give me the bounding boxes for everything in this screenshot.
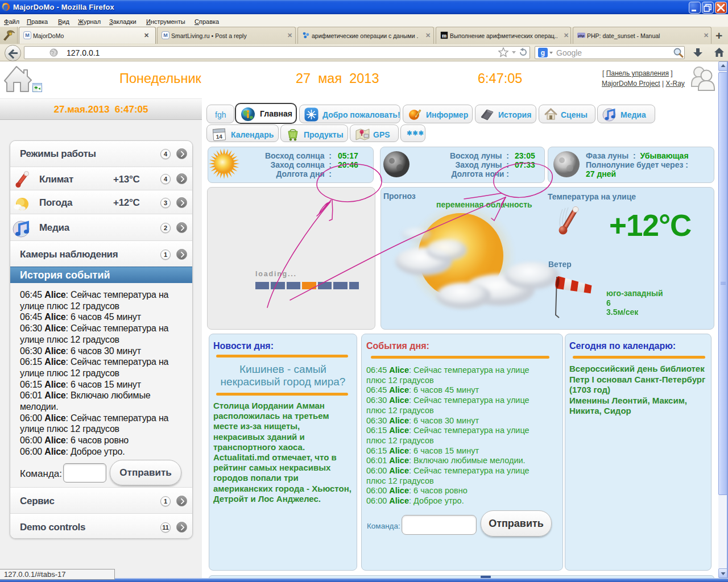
svg-text:g: g: [541, 49, 545, 57]
svg-text:M: M: [25, 32, 30, 38]
svg-text:php: php: [578, 34, 585, 38]
svg-text:M: M: [163, 32, 168, 38]
svg-text:m: m: [442, 32, 447, 39]
svg-text:14: 14: [216, 134, 222, 140]
